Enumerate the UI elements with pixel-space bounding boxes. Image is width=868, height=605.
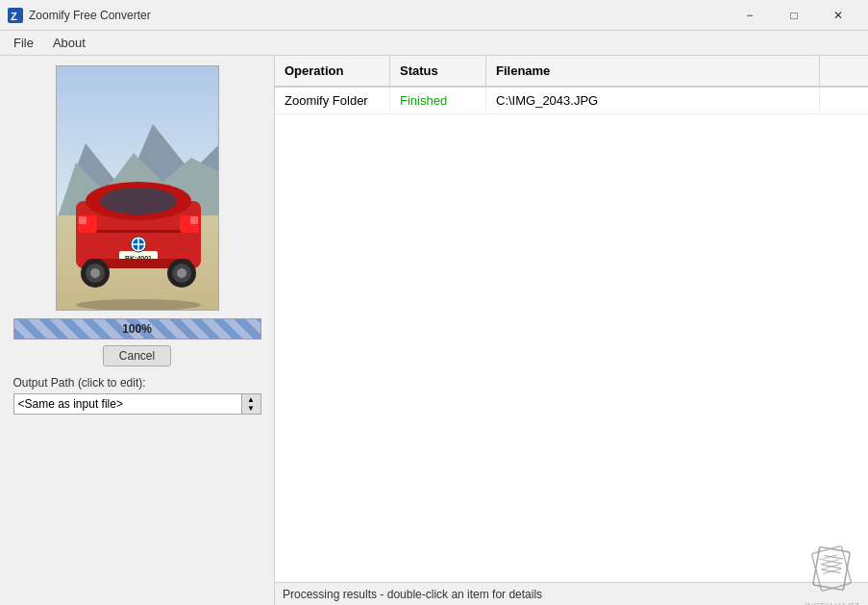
- output-path-select[interactable]: <Same as input file>: [13, 393, 242, 415]
- menu-item-file[interactable]: File: [4, 33, 43, 53]
- main-content: BK:4001: [0, 56, 868, 605]
- output-label[interactable]: Output Path (click to edit):: [13, 376, 261, 390]
- column-header-filename: Filename: [486, 56, 820, 86]
- window-controls: − □ ✕: [728, 0, 860, 31]
- output-path-container: <Same as input file> ▲ ▼: [13, 393, 261, 415]
- watermark: INSTALUJ.CZ: [806, 542, 858, 595]
- progress-bar: 100%: [13, 318, 261, 340]
- table-header: Operation Status Filename: [275, 56, 868, 88]
- output-path-arrow[interactable]: ▲ ▼: [242, 393, 261, 415]
- title-bar: Z Zoomify Free Converter − □ ✕: [0, 0, 868, 31]
- close-button[interactable]: ✕: [816, 0, 860, 31]
- row-operation: Zoomify Folder: [275, 88, 390, 113]
- column-header-extra: [820, 56, 868, 86]
- status-bar: Processing results - double-click an ite…: [275, 582, 868, 605]
- app-icon: Z: [8, 8, 23, 23]
- progress-container: 100%: [13, 318, 261, 340]
- watermark-label: INSTALUJ.CZ: [805, 601, 858, 605]
- minimize-button[interactable]: −: [728, 0, 772, 31]
- table-body: Zoomify Folder Finished C:\IMG_2043.JPG: [275, 88, 868, 582]
- left-panel: BK:4001: [0, 56, 274, 605]
- svg-text:Z: Z: [11, 11, 17, 22]
- menu-item-about[interactable]: About: [43, 33, 95, 53]
- table-row[interactable]: Zoomify Folder Finished C:\IMG_2043.JPG: [275, 88, 868, 114]
- row-filename: C:\IMG_2043.JPG: [486, 88, 820, 113]
- cancel-button[interactable]: Cancel: [103, 345, 171, 366]
- svg-rect-11: [79, 216, 87, 224]
- svg-point-8: [100, 188, 177, 214]
- right-panel: Operation Status Filename Zoomify Folder…: [274, 56, 868, 605]
- svg-rect-30: [811, 546, 851, 592]
- maximize-button[interactable]: □: [772, 0, 816, 31]
- app-title: Zoomify Free Converter: [29, 9, 728, 22]
- svg-point-24: [177, 268, 186, 278]
- svg-rect-35: [813, 547, 850, 591]
- svg-rect-9: [81, 230, 196, 233]
- results-table: Operation Status Filename Zoomify Folder…: [275, 56, 868, 582]
- column-header-status: Status: [390, 56, 486, 86]
- status-text: Processing results - double-click an ite…: [283, 588, 542, 601]
- row-extra: [820, 88, 868, 113]
- row-status: Finished: [390, 88, 486, 113]
- column-header-operation: Operation: [275, 56, 390, 86]
- image-preview: BK:4001: [56, 65, 219, 311]
- menu-bar: File About: [0, 31, 868, 56]
- svg-rect-13: [190, 216, 198, 224]
- progress-text: 100%: [122, 322, 152, 336]
- svg-point-21: [90, 268, 100, 278]
- svg-point-29: [76, 299, 201, 311]
